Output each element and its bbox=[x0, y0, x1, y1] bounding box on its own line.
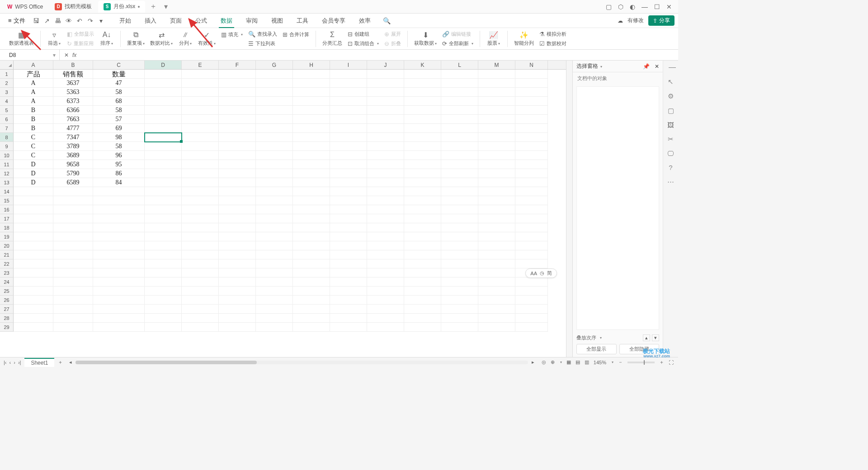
cell[interactable] bbox=[182, 178, 219, 187]
cell[interactable] bbox=[14, 296, 53, 305]
cell[interactable] bbox=[182, 232, 219, 241]
cell[interactable] bbox=[367, 142, 404, 151]
cell[interactable]: 95 bbox=[93, 160, 145, 169]
cell[interactable] bbox=[145, 106, 182, 115]
cell[interactable] bbox=[441, 259, 478, 268]
row-header[interactable]: 13 bbox=[0, 178, 14, 187]
cell[interactable] bbox=[404, 196, 441, 205]
cell[interactable] bbox=[478, 323, 515, 332]
cell[interactable]: 5790 bbox=[53, 169, 93, 178]
cell[interactable] bbox=[404, 268, 441, 277]
cell[interactable]: 5363 bbox=[53, 88, 93, 97]
cell[interactable]: D bbox=[14, 160, 53, 169]
fullscreen-icon[interactable]: ⛶ bbox=[669, 360, 674, 365]
cell[interactable] bbox=[145, 323, 182, 332]
menu-tab-8[interactable]: 会员专享 bbox=[316, 14, 352, 28]
cell[interactable] bbox=[53, 241, 93, 250]
cell[interactable] bbox=[515, 133, 548, 142]
cell[interactable] bbox=[14, 314, 53, 323]
cell[interactable] bbox=[293, 178, 330, 187]
cell[interactable] bbox=[515, 142, 548, 151]
cell[interactable] bbox=[478, 160, 515, 169]
cell[interactable] bbox=[219, 250, 256, 259]
cell[interactable] bbox=[441, 268, 478, 277]
cell[interactable] bbox=[53, 296, 93, 305]
cell[interactable] bbox=[182, 187, 219, 196]
cell[interactable] bbox=[441, 178, 478, 187]
cell[interactable]: 产品 bbox=[14, 70, 53, 79]
split-column-button[interactable]: ⫽分列▾ bbox=[175, 30, 195, 47]
cell[interactable] bbox=[293, 79, 330, 88]
column-header[interactable]: C bbox=[93, 61, 145, 69]
row-header[interactable]: 20 bbox=[0, 241, 14, 250]
cell[interactable] bbox=[404, 160, 441, 169]
cell[interactable] bbox=[441, 296, 478, 305]
row-header[interactable]: 7 bbox=[0, 124, 14, 133]
cell[interactable] bbox=[441, 305, 478, 314]
formula-input[interactable] bbox=[80, 52, 674, 58]
cell[interactable]: 86 bbox=[93, 169, 145, 178]
cell[interactable] bbox=[93, 323, 145, 332]
cell[interactable] bbox=[293, 259, 330, 268]
cell[interactable]: 6366 bbox=[53, 106, 93, 115]
view-icon-2[interactable]: ⊕ bbox=[551, 359, 555, 365]
cell[interactable] bbox=[330, 196, 367, 205]
cell[interactable] bbox=[256, 115, 293, 124]
merge-calc-button[interactable]: ⊞合并计算 bbox=[280, 30, 312, 39]
cell[interactable] bbox=[515, 259, 548, 268]
cell[interactable] bbox=[293, 268, 330, 277]
cell[interactable] bbox=[404, 277, 441, 287]
cell[interactable] bbox=[404, 178, 441, 187]
cell[interactable] bbox=[93, 214, 145, 223]
cell[interactable] bbox=[93, 250, 145, 259]
cell[interactable] bbox=[478, 241, 515, 250]
cell[interactable] bbox=[145, 223, 182, 232]
cell[interactable] bbox=[367, 133, 404, 142]
cell[interactable] bbox=[93, 196, 145, 205]
row-header[interactable]: 23 bbox=[0, 268, 14, 277]
cell[interactable] bbox=[53, 305, 93, 314]
cell[interactable] bbox=[441, 106, 478, 115]
cell[interactable] bbox=[93, 287, 145, 296]
cell[interactable] bbox=[182, 160, 219, 169]
grid-body[interactable]: 1产品销售额数量2A3637473A5363584A6373685B636658… bbox=[0, 70, 566, 357]
cell[interactable] bbox=[367, 97, 404, 106]
horizontal-scrollbar[interactable]: ◂▸ bbox=[66, 359, 537, 365]
cell[interactable] bbox=[145, 115, 182, 124]
row-header[interactable]: 6 bbox=[0, 115, 14, 124]
menu-tab-4[interactable]: 数据 bbox=[214, 14, 239, 28]
cell[interactable] bbox=[330, 314, 367, 323]
cell[interactable] bbox=[367, 314, 404, 323]
cell[interactable] bbox=[404, 241, 441, 250]
menu-tab-7[interactable]: 工具 bbox=[290, 14, 315, 28]
cell[interactable] bbox=[404, 323, 441, 332]
cell[interactable] bbox=[367, 241, 404, 250]
window-minimize-icon[interactable]: — bbox=[642, 3, 648, 10]
cell[interactable] bbox=[330, 151, 367, 160]
cell[interactable] bbox=[219, 268, 256, 277]
cell[interactable] bbox=[182, 314, 219, 323]
user-avatar-icon[interactable]: ◐ bbox=[630, 3, 635, 10]
cell[interactable] bbox=[441, 314, 478, 323]
cell[interactable] bbox=[515, 79, 548, 88]
cell[interactable]: A bbox=[14, 88, 53, 97]
cell[interactable] bbox=[441, 232, 478, 241]
cell[interactable] bbox=[256, 160, 293, 169]
cell[interactable] bbox=[182, 296, 219, 305]
cell[interactable] bbox=[256, 268, 293, 277]
cell[interactable] bbox=[330, 305, 367, 314]
ime-pill[interactable]: AA ◷ 简 bbox=[525, 268, 557, 278]
cell[interactable]: 3789 bbox=[53, 142, 93, 151]
refresh-all-button[interactable]: ⟳全部刷新▾ bbox=[439, 39, 476, 48]
cell[interactable] bbox=[330, 178, 367, 187]
cell[interactable] bbox=[293, 124, 330, 133]
cell[interactable] bbox=[367, 268, 404, 277]
cell[interactable] bbox=[182, 133, 219, 142]
cell[interactable] bbox=[478, 70, 515, 79]
cell[interactable] bbox=[53, 232, 93, 241]
cell[interactable] bbox=[441, 142, 478, 151]
cell[interactable] bbox=[367, 160, 404, 169]
row-header[interactable]: 17 bbox=[0, 214, 14, 223]
cell[interactable] bbox=[330, 232, 367, 241]
cell[interactable] bbox=[404, 133, 441, 142]
